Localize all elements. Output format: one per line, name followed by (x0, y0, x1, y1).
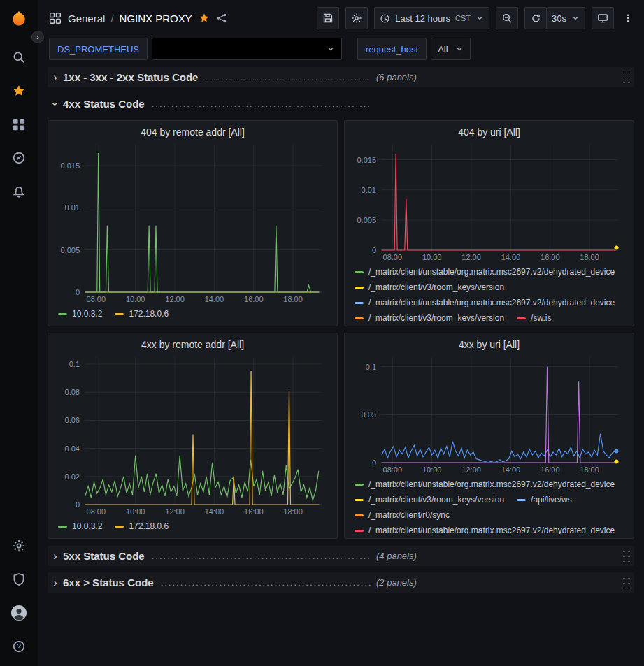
legend-item[interactable]: /sw.js (517, 311, 551, 321)
panel-chart[interactable]: 08:0010:0012:0014:0016:0018:0000.0050.01… (54, 140, 331, 305)
legend-item[interactable]: /_matrix/client/unstable/org.matrix.msc2… (355, 265, 615, 279)
svg-text:08:00: 08:00 (383, 465, 403, 474)
panel-legend: 10.0.3.2172.18.0.6 (54, 517, 331, 534)
sidebar-item-dashboards[interactable] (0, 108, 38, 141)
legend-item[interactable]: /_matrix/client/unstable/org.matrix.msc2… (355, 296, 615, 310)
row-header-5xx-status-code[interactable]: ›5xx Status Code........................… (48, 546, 634, 566)
caret-down-icon (475, 14, 484, 22)
panel-title[interactable]: 404 by uri [All] (350, 124, 628, 140)
svg-text:0.01: 0.01 (65, 203, 80, 212)
legend-item[interactable]: 172.18.0.6 (115, 307, 169, 321)
share-icon[interactable] (216, 13, 227, 24)
panel-chart[interactable]: 08:0010:0012:0014:0016:0018:0000.0050.01… (350, 140, 628, 263)
variable-label: DS_PROMETHEUS (49, 38, 148, 60)
row-title: 6xx > Status Code (63, 577, 154, 588)
breadcrumb: General / NGINX PROXY (68, 13, 192, 24)
panel-title[interactable]: 4xx by uri [All] (350, 336, 628, 353)
grafana-app: ? › General / NGINX PROXY (0, 0, 644, 666)
svg-text:16:00: 16:00 (541, 465, 560, 474)
dashboard-settings-button[interactable] (345, 7, 368, 29)
panel-404-by-uri-all: 404 by uri [All]08:0010:0012:0014:0016:0… (344, 120, 634, 326)
svg-text:0.06: 0.06 (65, 416, 80, 424)
legend-item[interactable]: /_matrix/client/unstable/org.matrix.msc2… (355, 477, 615, 491)
panel-chart[interactable]: 08:0010:0012:0014:0016:0018:0000.050.1 (350, 353, 628, 475)
more-options-icon[interactable] (620, 13, 636, 24)
row-drag-handle[interactable] (621, 574, 631, 591)
legend-item[interactable]: /_matrix/client/r0/sync (355, 508, 450, 522)
svg-text:0: 0 (76, 500, 80, 509)
variable-request-host: request_host All (357, 38, 471, 60)
legend-label: /_matrix/client/r0/sync (368, 510, 450, 520)
svg-text:0: 0 (372, 458, 376, 467)
legend-item[interactable]: /_matrix/client/v3/room_keys/version (355, 493, 504, 507)
question-circle-icon: ? (12, 639, 26, 653)
svg-text:16:00: 16:00 (541, 253, 560, 261)
sidebar-item-favorites[interactable] (0, 74, 38, 108)
grafana-logo[interactable] (0, 6, 38, 34)
row-collapse-chevron-icon: › (48, 71, 63, 84)
zoom-out-button[interactable] (496, 7, 518, 29)
svg-text:18:00: 18:00 (580, 465, 599, 474)
panel-chart[interactable]: 08:0010:0012:0014:0016:0018:0000.020.040… (54, 353, 331, 517)
row-header-1xx-3xx-2xx-status-code[interactable]: ›1xx - 3xx - 2xx Status Code............… (48, 67, 634, 87)
legend-item[interactable]: 10.0.3.2 (58, 519, 102, 533)
legend-label: /_matrix/client/unstable/org.matrix.msc2… (368, 298, 615, 307)
favorite-star-icon[interactable] (199, 13, 210, 24)
legend-item[interactable]: /_matrix/client/v3/room_keys/version (355, 280, 504, 294)
row-dotted-leader: ........................................… (152, 551, 371, 561)
legend-swatch (355, 530, 364, 532)
legend-item[interactable]: 10.0.3.2 (58, 307, 102, 321)
row-panel-count: (4 panels) (376, 551, 417, 561)
legend-item[interactable]: /_matrix/client/v3/room_keys/version (355, 311, 504, 321)
svg-text:0: 0 (372, 246, 376, 254)
svg-text:08:00: 08:00 (87, 295, 106, 303)
row-drag-handle[interactable] (621, 548, 631, 565)
ds-prometheus-select[interactable] (152, 38, 342, 60)
svg-text:0.1: 0.1 (69, 360, 80, 368)
svg-text:0.05: 0.05 (362, 410, 376, 419)
panel-title[interactable]: 404 by remote addr [All] (54, 124, 331, 140)
legend-label: 172.18.0.6 (129, 309, 169, 319)
svg-text:08:00: 08:00 (87, 507, 106, 516)
legend-item[interactable]: /api/live/ws (517, 493, 572, 507)
panel-title[interactable]: 4xx by remote addr [All] (54, 336, 331, 353)
svg-text:12:00: 12:00 (461, 465, 481, 474)
sidebar-item-search[interactable] (0, 41, 38, 74)
cycle-view-button[interactable] (592, 7, 614, 29)
legend-swatch (58, 526, 67, 528)
save-dashboard-button[interactable] (317, 7, 339, 29)
sidebar-item-alerting[interactable] (0, 175, 38, 208)
row-header-6xx-status-code[interactable]: ›6xx > Status Code......................… (48, 572, 634, 593)
legend-item[interactable]: 172.18.0.6 (115, 519, 169, 533)
row-dotted-leader: ........................................… (205, 72, 371, 82)
legend-swatch (517, 499, 526, 501)
breadcrumb-section[interactable]: General (68, 13, 105, 24)
svg-text:12:00: 12:00 (461, 253, 481, 261)
row-header-4xx-status-code[interactable]: ›4xx Status Code........................… (48, 94, 634, 114)
legend-swatch (355, 287, 364, 289)
refresh-interval-picker[interactable]: 30s (547, 7, 585, 29)
row-panel-count: (6 panels) (376, 72, 417, 82)
legend-swatch (115, 526, 124, 528)
svg-text:0.005: 0.005 (60, 246, 80, 254)
save-floppy-icon (322, 13, 334, 24)
sidebar-item-settings[interactable] (0, 529, 38, 563)
legend-label: /_matrix/client/unstable/org.matrix.msc2… (368, 267, 615, 277)
svg-text:16:00: 16:00 (244, 295, 264, 303)
legend-swatch (355, 271, 364, 273)
request-host-select[interactable]: All (431, 38, 470, 60)
row-drag-handle[interactable] (621, 69, 631, 86)
sidebar-item-explore[interactable] (0, 141, 38, 175)
svg-text:10:00: 10:00 (126, 295, 145, 303)
legend-label: 172.18.0.6 (129, 521, 169, 531)
sidebar-item-profile[interactable] (0, 596, 38, 630)
time-range-picker[interactable]: Last 12 hours CST (374, 7, 489, 29)
sidebar-item-admin[interactable] (0, 563, 38, 596)
legend-label: /_matrix/client/unstable/org.matrix.msc2… (368, 479, 615, 489)
sidebar-expand-toggle[interactable]: › (31, 31, 44, 43)
sidebar-item-help[interactable]: ? (0, 630, 38, 663)
refresh-button[interactable] (524, 7, 547, 29)
svg-text:0.005: 0.005 (357, 216, 376, 224)
variable-label: request_host (357, 38, 427, 60)
legend-item[interactable]: /_matrix/client/unstable/org.matrix.msc2… (355, 523, 615, 534)
